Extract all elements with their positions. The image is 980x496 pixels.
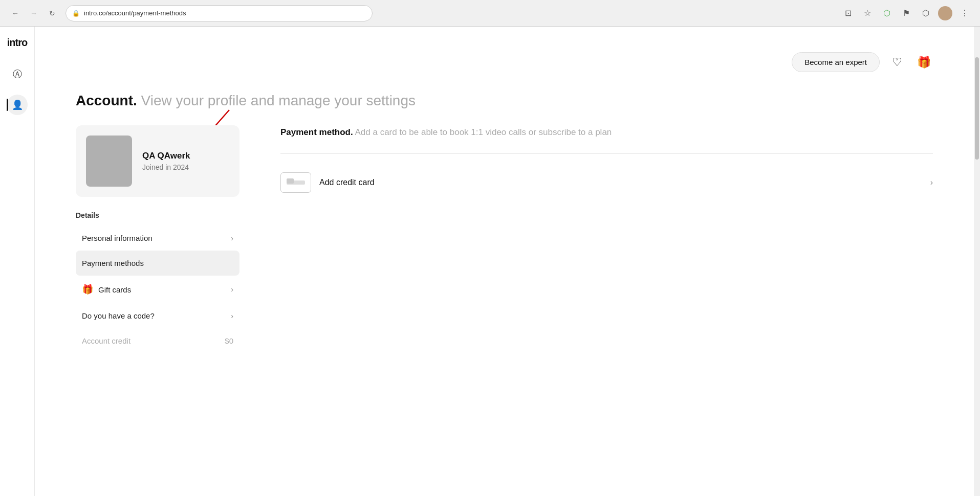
sidebar-item-home[interactable]: Ⓐ — [7, 64, 28, 84]
menu-item-gift-left: 🎁 Gift cards — [82, 284, 131, 295]
profile-icon: 👤 — [12, 99, 23, 110]
title-light: View your profile and manage your settin… — [137, 93, 416, 108]
gift-card-icon: 🎁 — [82, 284, 93, 295]
back-button[interactable]: ← — [8, 6, 23, 20]
payment-method-desc: Add a card to be able to book 1:1 video … — [353, 127, 612, 137]
heart-icon: ♡ — [892, 56, 902, 69]
menu-item-personal-information[interactable]: Personal information › — [76, 226, 239, 251]
browser-chrome: ← → ↻ 🔒 intro.co/account/payment-methods… — [0, 0, 980, 27]
gift-button[interactable]: 🎁 — [914, 53, 933, 72]
profile-name: QA QAwerk — [142, 151, 190, 161]
scrollbar[interactable] — [974, 27, 980, 496]
reload-button[interactable]: ↻ — [45, 6, 59, 20]
gift-cards-label: Gift cards — [98, 285, 131, 294]
menu-item-account-credit: Account credit $0 — [76, 328, 239, 353]
browser-actions: ⊡ ☆ ⬡ ⚑ ⬡ ⋮ — [841, 6, 972, 20]
profile-info: QA QAwerk Joined in 2024 — [142, 151, 190, 171]
user-avatar-button[interactable] — [938, 6, 952, 20]
app-logo[interactable]: intro — [7, 37, 27, 49]
right-panel: Payment method. Add a card to be able to… — [280, 125, 933, 353]
details-label: Details — [76, 211, 239, 219]
personal-information-label: Personal information — [82, 234, 153, 242]
menu-item-payment-left: Payment methods — [82, 259, 144, 267]
puzzle-button[interactable]: ⬡ — [919, 6, 933, 20]
menu-item-personal-info-left: Personal information — [82, 234, 153, 242]
menu-item-code-left: Do you have a code? — [82, 311, 155, 320]
payment-header: Payment method. Add a card to be able to… — [280, 125, 933, 139]
account-credit-label: Account credit — [82, 336, 130, 345]
sidebar-item-profile[interactable]: 👤 — [7, 95, 28, 115]
account-credit-value: $0 — [225, 336, 233, 345]
address-bar[interactable]: 🔒 intro.co/account/payment-methods — [66, 5, 373, 21]
menu-item-credit-left: Account credit — [82, 336, 130, 345]
profile-avatar — [86, 136, 132, 187]
card-icon — [280, 172, 311, 193]
payment-methods-label: Payment methods — [82, 259, 144, 267]
payment-divider — [280, 153, 933, 154]
profile-card[interactable]: QA QAwerk Joined in 2024 — [76, 125, 239, 197]
card-icon-inner — [287, 181, 305, 185]
menu-item-code[interactable]: Do you have a code? › — [76, 303, 239, 328]
lock-icon: 🔒 — [72, 10, 80, 17]
menu-item-gift-cards[interactable]: 🎁 Gift cards › — [76, 276, 239, 303]
add-card-chevron-icon: › — [930, 178, 933, 187]
profile-card-wrapper: QA QAwerk Joined in 2024 — [76, 125, 239, 197]
browser-nav: ← → ↻ — [8, 6, 59, 20]
profile-joined: Joined in 2024 — [142, 163, 190, 171]
left-panel: QA QAwerk Joined in 2024 Details Persona… — [76, 125, 239, 353]
add-credit-card-label: Add credit card — [319, 178, 922, 187]
flag-button[interactable]: ⚑ — [899, 6, 913, 20]
forward-button[interactable]: → — [27, 6, 41, 20]
code-label: Do you have a code? — [82, 311, 155, 320]
app-header: Become an expert ♡ 🎁 — [76, 52, 933, 72]
gift-icon: 🎁 — [917, 56, 931, 69]
personal-info-chevron-icon: › — [231, 234, 233, 242]
title-bold: Account. — [76, 93, 137, 108]
become-expert-button[interactable]: Become an expert — [792, 52, 880, 72]
extension-button[interactable]: ⬡ — [880, 6, 894, 20]
app-container: intro Ⓐ 👤 Become an expert ♡ 🎁 Account. … — [0, 27, 980, 496]
main-content: Become an expert ♡ 🎁 Account. View your … — [35, 27, 974, 496]
code-chevron-icon: › — [231, 312, 233, 320]
wishlist-button[interactable]: ♡ — [888, 53, 906, 72]
bookmark-button[interactable]: ☆ — [860, 6, 875, 20]
gift-cards-chevron-icon: › — [231, 285, 233, 294]
translate-button[interactable]: ⊡ — [841, 6, 855, 20]
page-title: Account. View your profile and manage yo… — [76, 93, 933, 109]
sidebar: intro Ⓐ 👤 — [0, 27, 35, 496]
payment-method-title: Payment method. — [280, 127, 353, 137]
content-layout: QA QAwerk Joined in 2024 Details Persona… — [76, 125, 933, 353]
menu-item-payment-methods[interactable]: Payment methods — [76, 251, 239, 276]
add-credit-card-row[interactable]: Add credit card › — [280, 168, 933, 197]
menu-button[interactable]: ⋮ — [957, 6, 972, 20]
scrollbar-thumb[interactable] — [975, 57, 979, 160]
url-text: intro.co/account/payment-methods — [84, 9, 186, 17]
home-icon: Ⓐ — [13, 68, 22, 80]
